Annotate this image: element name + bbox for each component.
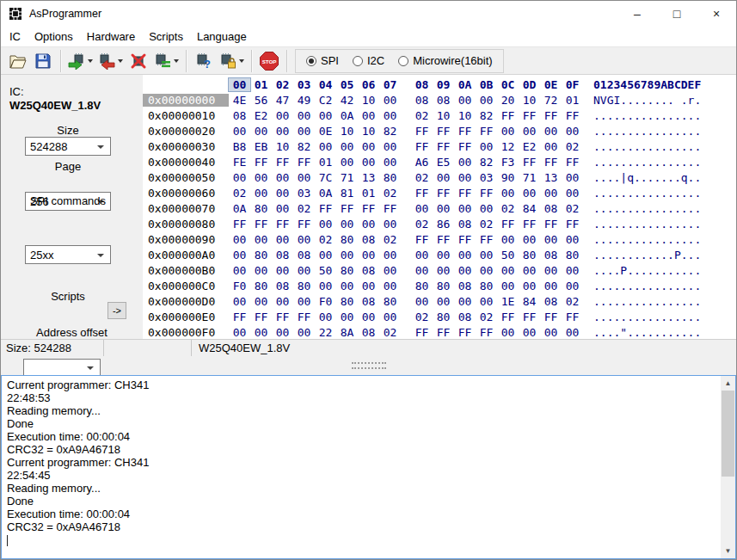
hex-byte[interactable]: 00 <box>293 171 315 184</box>
hex-byte[interactable]: 00 <box>540 140 562 153</box>
hex-byte[interactable]: 02 <box>315 233 336 246</box>
minimize-button[interactable]: – <box>617 1 657 27</box>
hex-byte[interactable]: 00 <box>250 171 272 184</box>
stop-button[interactable]: STOP <box>256 49 282 73</box>
hex-byte[interactable]: 81 <box>336 187 358 200</box>
hex-byte[interactable]: 47 <box>272 94 293 107</box>
hex-byte[interactable]: 00 <box>229 171 250 184</box>
hex-byte[interactable]: 00 <box>497 264 519 277</box>
hex-byte[interactable]: 00 <box>358 311 379 323</box>
hex-byte[interactable]: 00 <box>562 326 583 339</box>
size-select[interactable]: 524288 <box>25 137 111 156</box>
hex-byte[interactable]: 00 <box>454 171 476 184</box>
hex-byte[interactable]: 00 <box>250 264 272 277</box>
hex-byte[interactable]: 00 <box>315 218 336 231</box>
hex-byte[interactable]: 02 <box>379 187 401 200</box>
hex-byte[interactable]: FF <box>272 311 293 323</box>
hex-byte[interactable]: 00 <box>293 264 315 277</box>
hex-byte[interactable]: 08 <box>229 109 250 122</box>
hex-byte[interactable]: FF <box>293 218 315 231</box>
hex-byte[interactable]: C2 <box>315 94 336 107</box>
hex-byte[interactable]: 71 <box>519 171 540 184</box>
hex-byte[interactable]: 01 <box>562 94 583 107</box>
hex-byte[interactable]: 00 <box>293 326 315 339</box>
hex-byte[interactable]: 82 <box>379 125 401 138</box>
menu-item-scripts[interactable]: Scripts <box>142 28 190 45</box>
hex-byte[interactable]: 00 <box>336 249 358 262</box>
hex-byte[interactable]: 00 <box>336 280 358 292</box>
hex-byte[interactable]: 02 <box>379 326 401 339</box>
hex-byte[interactable]: 00 <box>540 187 562 200</box>
hex-byte[interactable]: 00 <box>476 249 497 262</box>
hex-byte[interactable]: 00 <box>379 264 401 277</box>
hex-ascii[interactable]: ................ <box>593 311 701 323</box>
hex-byte[interactable]: 02 <box>476 218 497 231</box>
hex-byte[interactable]: 00 <box>272 295 293 308</box>
hex-ascii[interactable]: ................ <box>593 187 701 200</box>
splitter-handle[interactable] <box>1 356 736 375</box>
hex-byte[interactable]: 8A <box>336 326 358 339</box>
hex-byte[interactable]: FF <box>497 109 519 122</box>
hex-byte[interactable]: 86 <box>433 218 454 231</box>
radio-spi[interactable]: SPI <box>306 54 339 67</box>
hex-byte[interactable]: 00 <box>497 187 519 200</box>
hex-byte[interactable]: 08 <box>272 280 293 292</box>
hex-byte[interactable]: 00 <box>454 264 476 277</box>
hex-byte[interactable]: FF <box>433 326 454 339</box>
hex-byte[interactable]: 82 <box>476 156 497 169</box>
hex-byte[interactable]: 00 <box>497 233 519 246</box>
hex-byte[interactable]: 00 <box>358 218 379 231</box>
menu-item-ic[interactable]: IC <box>3 28 28 45</box>
hex-byte[interactable]: 00 <box>336 140 358 153</box>
hex-byte[interactable]: E2 <box>519 140 540 153</box>
hex-byte[interactable]: 82 <box>476 109 497 122</box>
hex-byte[interactable]: FE <box>229 156 250 169</box>
hex-byte[interactable]: FF <box>411 140 433 153</box>
hex-byte[interactable]: 00 <box>272 109 293 122</box>
hex-byte[interactable]: 00 <box>433 249 454 262</box>
hex-byte[interactable]: 00 <box>519 264 540 277</box>
hex-byte[interactable]: 00 <box>540 233 562 246</box>
hex-byte[interactable]: 00 <box>433 295 454 308</box>
hex-ascii[interactable]: ................ <box>593 295 701 308</box>
hex-byte[interactable]: 80 <box>336 233 358 246</box>
hex-byte[interactable]: FF <box>250 156 272 169</box>
hex-byte[interactable]: 0A <box>336 109 358 122</box>
hex-byte[interactable]: 02 <box>562 140 583 153</box>
hex-byte[interactable]: 80 <box>519 249 540 262</box>
hex-byte[interactable]: 1E <box>497 295 519 308</box>
hex-byte[interactable]: 00 <box>476 202 497 215</box>
hex-byte[interactable]: 80 <box>476 280 497 292</box>
hex-byte[interactable]: 00 <box>379 140 401 153</box>
hex-byte[interactable]: 13 <box>540 171 562 184</box>
hex-byte[interactable]: FF <box>562 109 583 122</box>
hex-byte[interactable]: 20 <box>497 94 519 107</box>
read-ic-button[interactable] <box>65 49 95 73</box>
hex-byte[interactable]: 00 <box>411 249 433 262</box>
hex-byte[interactable]: 00 <box>411 202 433 215</box>
hex-byte[interactable]: 00 <box>336 311 358 323</box>
hex-byte[interactable]: 00 <box>497 125 519 138</box>
hex-byte[interactable]: 10 <box>519 94 540 107</box>
hex-byte[interactable]: FF <box>379 202 401 215</box>
write-ic-button[interactable] <box>95 49 126 73</box>
hex-byte[interactable]: 00 <box>519 233 540 246</box>
hex-byte[interactable]: FF <box>476 233 497 246</box>
hex-byte[interactable]: FF <box>250 311 272 323</box>
hex-byte[interactable]: E5 <box>433 156 454 169</box>
hex-byte[interactable]: 0A <box>315 187 336 200</box>
hex-byte[interactable]: 02 <box>229 187 250 200</box>
hex-byte[interactable]: 00 <box>293 125 315 138</box>
hex-byte[interactable]: 02 <box>411 218 433 231</box>
menu-item-options[interactable]: Options <box>28 28 80 45</box>
erase-ic-button[interactable] <box>126 49 151 73</box>
hex-ascii[interactable]: ................ <box>593 125 701 138</box>
hex-byte[interactable]: 00 <box>229 233 250 246</box>
hex-byte[interactable]: 84 <box>519 202 540 215</box>
hex-byte[interactable]: 00 <box>454 94 476 107</box>
hex-byte[interactable]: FF <box>411 187 433 200</box>
hex-byte[interactable]: F0 <box>229 280 250 292</box>
hex-byte[interactable]: FF <box>476 125 497 138</box>
hex-ascii[interactable]: ....|q.......q.. <box>593 171 701 184</box>
hex-byte[interactable]: 84 <box>519 295 540 308</box>
